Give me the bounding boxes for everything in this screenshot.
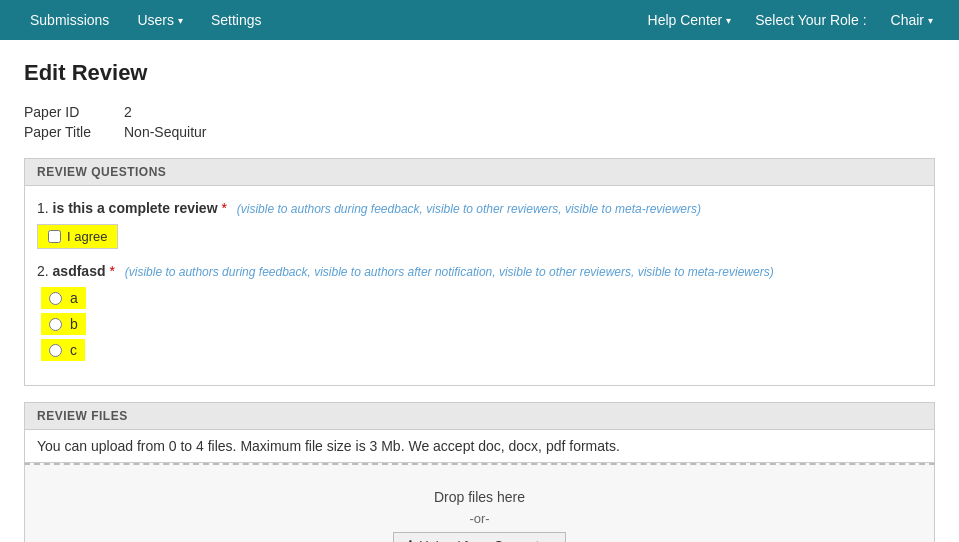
main-content: Edit Review Paper ID 2 Paper Title Non-S… xyxy=(0,40,959,542)
users-dropdown-icon: ▾ xyxy=(178,15,183,26)
radio-c[interactable] xyxy=(49,344,62,357)
navigation: Submissions Users ▾ Settings Help Center… xyxy=(0,0,959,40)
question-2-option-c[interactable]: c xyxy=(41,339,85,361)
question-1-text: is this a complete review xyxy=(53,200,218,216)
question-2-visibility: (visible to authors during feedback, vis… xyxy=(125,265,774,279)
question-2-options: a b c xyxy=(37,287,922,361)
question-1-label: 1. is this a complete review * (visible … xyxy=(37,200,922,216)
nav-left: Submissions Users ▾ Settings xyxy=(16,0,276,40)
review-files-header: REVIEW FILES xyxy=(24,402,935,430)
question-1-required: * xyxy=(221,200,226,216)
review-questions-body: 1. is this a complete review * (visible … xyxy=(24,186,935,386)
question-1-checkbox-label[interactable]: I agree xyxy=(37,224,118,249)
nav-right: Help Center ▾ Select Your Role : Chair ▾ xyxy=(638,0,943,40)
nav-settings[interactable]: Settings xyxy=(197,0,276,40)
upload-from-computer-button[interactable]: ℹ Upload from Computer xyxy=(393,532,566,543)
nav-submissions[interactable]: Submissions xyxy=(16,0,123,40)
nav-chair[interactable]: Chair ▾ xyxy=(881,0,943,40)
question-1-checkbox[interactable] xyxy=(48,230,61,243)
upload-btn-label: Upload from Computer xyxy=(419,538,551,543)
help-dropdown-icon: ▾ xyxy=(726,15,731,26)
nav-select-role-label: Select Your Role : xyxy=(745,0,876,40)
question-2-option-b[interactable]: b xyxy=(41,313,86,335)
question-2-required: * xyxy=(109,263,114,279)
nav-users[interactable]: Users ▾ xyxy=(123,0,197,40)
page-title: Edit Review xyxy=(24,60,935,86)
drop-text: Drop files here xyxy=(434,489,525,505)
radio-b[interactable] xyxy=(49,318,62,331)
question-1-visibility: (visible to authors during feedback, vis… xyxy=(237,202,701,216)
review-files-section: REVIEW FILES You can upload from 0 to 4 … xyxy=(24,402,935,542)
drop-zone[interactable]: Drop files here -or- ℹ Upload from Compu… xyxy=(24,463,935,542)
paper-id-value: 2 xyxy=(124,102,207,122)
review-questions-section: REVIEW QUESTIONS 1. is this a complete r… xyxy=(24,158,935,386)
paper-info: Paper ID 2 Paper Title Non-Sequitur xyxy=(24,102,935,142)
upload-info-bar: You can upload from 0 to 4 files. Maximu… xyxy=(24,430,935,463)
chair-dropdown-icon: ▾ xyxy=(928,15,933,26)
question-2-option-a[interactable]: a xyxy=(41,287,86,309)
review-questions-header: REVIEW QUESTIONS xyxy=(24,158,935,186)
question-2: 2. asdfasd * (visible to authors during … xyxy=(37,263,922,361)
question-2-text: asdfasd xyxy=(53,263,106,279)
question-2-label: 2. asdfasd * (visible to authors during … xyxy=(37,263,922,279)
paper-title-label: Paper Title xyxy=(24,122,124,142)
question-1: 1. is this a complete review * (visible … xyxy=(37,200,922,249)
radio-a[interactable] xyxy=(49,292,62,305)
paper-title-value: Non-Sequitur xyxy=(124,122,207,142)
nav-help-center[interactable]: Help Center ▾ xyxy=(638,0,742,40)
question-1-option-text: I agree xyxy=(67,229,107,244)
upload-icon: ℹ xyxy=(408,538,413,543)
paper-id-label: Paper ID xyxy=(24,102,124,122)
upload-info-text: You can upload from 0 to 4 files. Maximu… xyxy=(37,438,620,454)
or-text: -or- xyxy=(469,511,489,526)
